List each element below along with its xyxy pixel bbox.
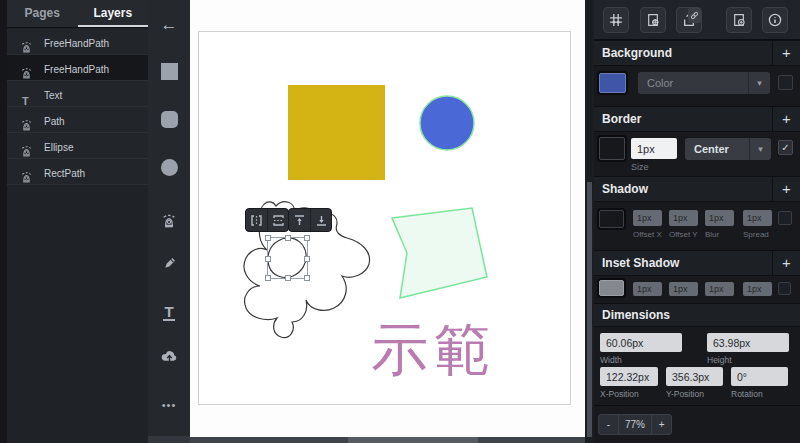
horizontal-scrollbar[interactable] [190, 437, 585, 443]
flip-horizontal-button[interactable] [246, 209, 267, 231]
path-icon [20, 113, 34, 127]
background-color-dropdown-label: Color [647, 72, 673, 94]
selection-box[interactable] [267, 237, 308, 279]
chevron-down-icon: ▾ [749, 138, 771, 160]
layer-row-ellipse[interactable]: Ellipse [7, 133, 148, 159]
background-color-swatch[interactable] [599, 73, 626, 93]
inset-shadow-offset-x-input[interactable] [633, 282, 662, 296]
background-section-header: Background + [594, 40, 800, 66]
page-settings-button[interactable] [640, 7, 666, 33]
info-button[interactable] [762, 7, 788, 33]
y-position-input[interactable] [666, 367, 723, 386]
layer-row-path[interactable]: Path [7, 107, 148, 133]
check-icon: ✓ [781, 142, 789, 153]
layer-row-freehandpath-2[interactable]: FreeHandPath [7, 55, 148, 81]
grid-settings-button[interactable] [603, 7, 629, 33]
horizontal-scrollbar-thumb[interactable] [348, 437, 478, 443]
background-color-dropdown[interactable]: Color ▾ [638, 72, 770, 94]
vertical-scrollbar-thumb[interactable] [587, 182, 592, 437]
tab-pages[interactable]: Pages [7, 0, 78, 27]
layer-label: FreeHandPath [44, 64, 109, 75]
add-page-icon [732, 13, 746, 27]
grid-icon [609, 13, 623, 27]
selection-handle-s[interactable] [285, 275, 291, 281]
scrollbar-corner [148, 436, 190, 443]
border-size-input[interactable] [631, 138, 677, 159]
y-position-label: Y-Position [666, 389, 704, 399]
width-input[interactable] [600, 333, 682, 352]
shadow-color-swatch[interactable] [599, 210, 624, 228]
rect-tool-icon [161, 63, 178, 80]
border-enabled-checkbox[interactable]: ✓ [778, 140, 793, 155]
back-arrow-icon: ← [161, 15, 178, 35]
shadow-spread-input[interactable] [743, 210, 772, 226]
zoom-control: - 77% + [598, 414, 672, 435]
vertical-scrollbar[interactable] [585, 0, 594, 443]
selection-handle-nw[interactable] [265, 235, 271, 241]
tool-strip: ← T ••• [148, 0, 190, 443]
shadow-blur-input[interactable] [705, 210, 734, 226]
background-add-button[interactable]: + [772, 41, 800, 66]
layer-label: RectPath [44, 168, 85, 179]
link-dimensions-button[interactable] [688, 8, 701, 23]
shadow-enabled-checkbox[interactable] [778, 211, 792, 225]
more-tools-button[interactable]: ••• [148, 390, 190, 420]
selection-handle-e[interactable] [304, 256, 310, 262]
layer-row-text[interactable]: T Text [7, 81, 148, 107]
rotation-input[interactable] [731, 367, 788, 386]
pencil-tool-icon [162, 256, 177, 275]
selection-handle-ne[interactable] [304, 235, 310, 241]
border-add-button[interactable]: + [772, 107, 800, 132]
align-bottom-button[interactable] [310, 209, 331, 231]
ellipse-tool[interactable] [148, 152, 190, 182]
green-polygon-shape[interactable] [392, 208, 487, 298]
blue-circle-shape[interactable] [420, 96, 474, 150]
canvas-area[interactable]: 示範 [190, 0, 585, 443]
canvas-text-object[interactable]: 示範 [371, 318, 497, 381]
zoom-out-button[interactable]: - [599, 415, 619, 434]
chevron-down-icon: ▾ [748, 72, 770, 94]
tab-layers[interactable]: Layers [78, 0, 149, 27]
border-color-swatch[interactable] [599, 137, 625, 160]
inset-shadow-offset-y-input[interactable] [669, 282, 698, 296]
inset-shadow-title: Inset Shadow [602, 251, 679, 276]
inset-shadow-blur-input[interactable] [705, 282, 734, 296]
shadow-offset-x-input[interactable] [633, 210, 662, 226]
align-top-button[interactable] [289, 209, 310, 231]
upload-tool[interactable] [148, 343, 190, 373]
page-settings-icon [646, 13, 660, 27]
selection-handle-se[interactable] [304, 275, 310, 281]
zoom-in-button[interactable]: + [651, 415, 671, 434]
text-tool[interactable]: T [148, 297, 190, 327]
layer-label: FreeHandPath [44, 38, 109, 49]
add-page-button[interactable] [726, 7, 752, 33]
border-position-dropdown[interactable]: Center ▾ [685, 138, 771, 160]
layer-row-rectpath[interactable]: RectPath [7, 159, 148, 185]
inset-shadow-color-swatch[interactable] [599, 280, 624, 296]
back-button[interactable]: ← [148, 10, 190, 40]
rect-tool[interactable] [148, 56, 190, 86]
flip-vertical-button[interactable] [267, 209, 288, 231]
background-enabled-checkbox[interactable] [778, 75, 793, 90]
path-tool[interactable] [148, 207, 190, 237]
inset-shadow-spread-input[interactable] [743, 282, 772, 296]
pencil-tool[interactable] [148, 250, 190, 280]
x-position-input[interactable] [600, 367, 658, 386]
app-window: Pages Layers FreeHandPath FreeHandPath T… [0, 0, 800, 443]
shadow-add-button[interactable]: + [772, 177, 800, 202]
selection-handle-n[interactable] [285, 235, 291, 241]
height-input[interactable] [707, 333, 789, 352]
active-tab-underline [78, 25, 149, 27]
panel-edge [0, 0, 7, 443]
rounded-rect-tool[interactable] [148, 104, 190, 134]
text-icon: T [20, 87, 34, 101]
selection-handle-sw[interactable] [265, 275, 271, 281]
shadow-offset-y-input[interactable] [669, 210, 698, 226]
layer-row-freehandpath-1[interactable]: FreeHandPath [7, 29, 148, 55]
selection-handle-w[interactable] [265, 256, 271, 262]
inset-shadow-enabled-checkbox[interactable] [778, 282, 791, 295]
info-icon [768, 13, 782, 27]
yellow-square-shape[interactable] [288, 85, 385, 180]
layer-label: Text [44, 90, 62, 101]
inset-shadow-add-button[interactable]: + [772, 251, 800, 276]
